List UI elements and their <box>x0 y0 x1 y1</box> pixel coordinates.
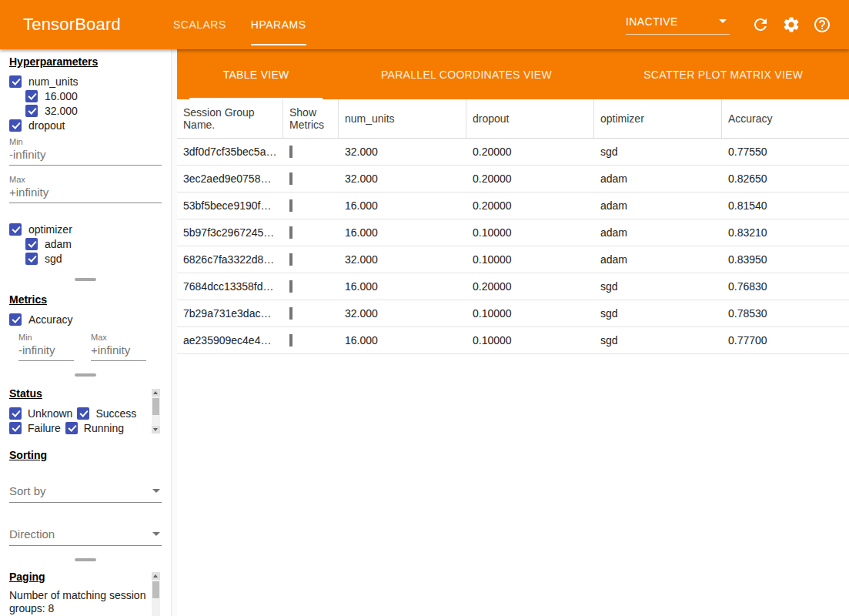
gear-icon <box>782 15 801 34</box>
show-metrics-checkbox[interactable] <box>289 172 292 185</box>
section-hyperparameters: Hyperparameters num_units 16.000 32.000 … <box>0 49 171 266</box>
num-units-32-label: 32.000 <box>45 105 78 117</box>
dropout-cell: 0.10000 <box>466 226 594 239</box>
optimizer-cell: adam <box>594 226 722 239</box>
app-header: TensorBoard SCALARS HPARAMS INACTIVE <box>0 0 849 49</box>
sort-by-select[interactable]: Sort by <box>9 478 162 503</box>
session-group-name-cell: ae235909ec4e4d… <box>177 334 283 346</box>
show-metrics-checkbox[interactable] <box>289 307 292 320</box>
show-metrics-cell <box>283 280 339 293</box>
status-running-checkbox[interactable] <box>65 422 78 434</box>
tensorboard-logo: TensorBoard <box>23 15 121 35</box>
settings-button[interactable] <box>782 15 801 34</box>
scroll-up-icon[interactable] <box>152 389 160 397</box>
run-status-select[interactable]: INACTIVE <box>626 8 730 35</box>
show-metrics-checkbox[interactable] <box>289 226 292 239</box>
accuracy-cell: 0.78530 <box>722 307 849 320</box>
num-units-cell: 32.000 <box>339 172 466 185</box>
tab-table-view[interactable]: TABLE VIEW <box>177 49 335 99</box>
scrollbar-track[interactable] <box>152 580 160 616</box>
column-header-num-units[interactable]: num_units <box>339 99 466 138</box>
section-resize-handle[interactable] <box>75 373 96 377</box>
dropout-max-input[interactable]: +infinity <box>9 184 162 203</box>
status-option-unknown: Unknown <box>9 406 72 420</box>
session-group-name-cell: 5b97f3c2967245b… <box>177 226 283 239</box>
tab-parallel-coordinates-view[interactable]: PARALLEL COORDINATES VIEW <box>335 49 597 99</box>
optimizer-adam-checkbox[interactable] <box>25 238 38 250</box>
scrollbar-thumb[interactable] <box>152 581 159 598</box>
show-metrics-checkbox[interactable] <box>289 146 292 158</box>
show-metrics-checkbox[interactable] <box>289 280 292 293</box>
metric-row-accuracy: Accuracy <box>0 312 171 326</box>
table-header-row: Session Group Name. Show Metrics num_uni… <box>177 99 849 139</box>
table-row: 3df0d7cf35bec5a… 32.000 0.20000 sgd 0.77… <box>177 139 849 166</box>
help-button[interactable] <box>813 15 831 34</box>
scroll-up-icon[interactable] <box>152 572 160 580</box>
optimizer-cell: sgd <box>594 307 722 320</box>
sorting-heading: Sorting <box>9 449 162 461</box>
section-sorting: Sorting Sort by Direction <box>0 449 171 546</box>
scrollbar-track[interactable] <box>152 397 160 426</box>
show-metrics-checkbox[interactable] <box>289 253 292 266</box>
column-header-show-metrics[interactable]: Show Metrics <box>283 99 339 138</box>
view-tabbar: TABLE VIEW PARALLEL COORDINATES VIEW SCA… <box>177 49 849 99</box>
column-header-session-group-name[interactable]: Session Group Name. <box>177 99 283 138</box>
num-units-cell: 16.000 <box>339 334 466 346</box>
status-success-checkbox[interactable] <box>77 407 89 420</box>
dropout-cell: 0.10000 <box>466 334 594 346</box>
direction-select[interactable]: Direction <box>9 521 162 546</box>
status-scrollbar[interactable] <box>152 389 160 434</box>
scroll-down-icon[interactable] <box>152 426 160 434</box>
chevron-down-icon <box>719 19 727 23</box>
section-resize-handle[interactable] <box>75 558 96 561</box>
num-units-16-checkbox[interactable] <box>25 90 38 102</box>
column-header-optimizer[interactable]: optimizer <box>594 99 722 138</box>
accuracy-checkbox[interactable] <box>9 313 22 326</box>
status-option-running: Running <box>65 420 124 435</box>
accuracy-min-field: Min -infinity <box>18 333 74 361</box>
dropout-checkbox[interactable] <box>9 119 22 132</box>
tab-hparams[interactable]: HPARAMS <box>239 0 319 49</box>
section-paging: Paging Number of matching session groups… <box>0 571 171 615</box>
hparam-row-dropout: dropout <box>0 118 171 132</box>
section-resize-handle[interactable] <box>75 278 96 281</box>
show-metrics-checkbox[interactable] <box>289 334 292 346</box>
tab-scalars[interactable]: SCALARS <box>161 0 239 49</box>
column-header-accuracy[interactable]: Accuracy <box>722 99 849 138</box>
accuracy-max-input[interactable]: +infinity <box>91 342 146 361</box>
paging-scrollbar[interactable] <box>152 572 160 616</box>
optimizer-checkbox[interactable] <box>9 223 22 236</box>
optimizer-sgd-label: sgd <box>45 253 62 265</box>
show-metrics-checkbox[interactable] <box>289 199 292 212</box>
session-group-name-cell: 7b29a731e3daca… <box>177 307 283 320</box>
num-units-cell: 32.000 <box>339 253 466 266</box>
num-units-cell: 32.000 <box>339 146 466 158</box>
refresh-button[interactable] <box>751 15 770 34</box>
hyperparameters-heading: Hyperparameters <box>9 55 162 68</box>
optimizer-option-row: sgd <box>0 251 171 266</box>
optimizer-sgd-checkbox[interactable] <box>25 253 38 265</box>
dropout-min-input[interactable]: -infinity <box>9 146 162 166</box>
column-header-dropout[interactable]: dropout <box>466 99 594 138</box>
dropout-label: dropout <box>28 119 65 132</box>
accuracy-min-input[interactable]: -infinity <box>18 342 74 361</box>
dropout-cell: 0.20000 <box>466 280 594 293</box>
optimizer-cell: sgd <box>594 280 722 293</box>
status-unknown-checkbox[interactable] <box>9 407 22 420</box>
session-group-name-cell: 3df0d7cf35bec5a… <box>177 146 283 158</box>
session-group-name-cell: 53bf5bece9190fa… <box>177 199 283 212</box>
optimizer-cell: adam <box>594 253 722 266</box>
sidebar-splitter[interactable] <box>171 49 177 616</box>
table-body: 3df0d7cf35bec5a… 32.000 0.20000 sgd 0.77… <box>177 139 849 354</box>
num-units-option-row: 32.000 <box>0 103 171 118</box>
num-units-checkbox[interactable] <box>9 75 22 88</box>
num-units-32-checkbox[interactable] <box>25 105 38 117</box>
status-failure-checkbox[interactable] <box>9 422 22 434</box>
hparam-row-optimizer: optimizer <box>0 222 171 236</box>
paging-heading: Paging <box>9 571 162 583</box>
scrollbar-thumb[interactable] <box>152 398 159 415</box>
optimizer-cell: sgd <box>594 334 722 346</box>
plugin-tabs: SCALARS HPARAMS <box>161 0 319 49</box>
tab-scatter-plot-matrix-view[interactable]: SCATTER PLOT MATRIX VIEW <box>598 49 849 99</box>
status-option-success: Success <box>77 406 136 420</box>
